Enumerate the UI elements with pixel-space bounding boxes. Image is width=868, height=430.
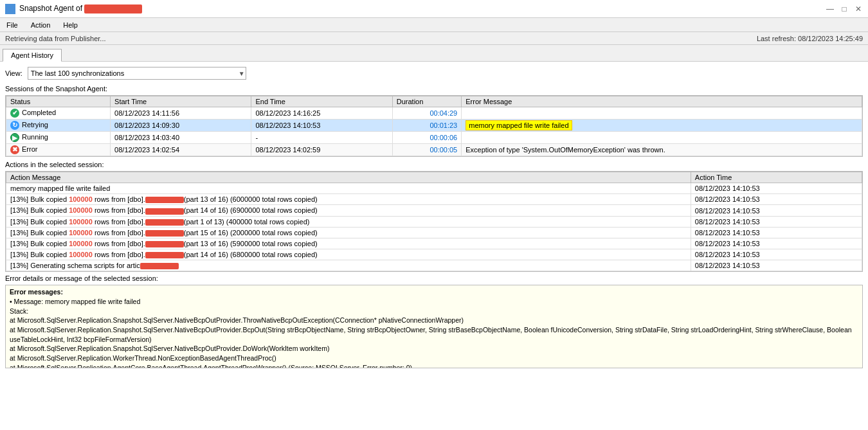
status-text: Error <box>22 145 37 153</box>
table-row[interactable]: [13%] Generating schema scripts for arti… <box>6 260 862 271</box>
duration-value[interactable]: 00:01:23 <box>429 121 457 129</box>
view-select-wrapper: The last 100 synchronizations All The la… <box>28 67 246 80</box>
start-time-cell: 08/12/2023 14:03:40 <box>111 132 251 144</box>
action-message-cell: [13%] Bulk copied 100000 rows from [dbo]… <box>6 238 691 249</box>
start-time-cell: 08/12/2023 14:11:56 <box>111 107 251 120</box>
action-message-cell: [13%] Generating schema scripts for arti… <box>6 260 691 271</box>
status-text: Completed <box>22 109 56 116</box>
duration-value[interactable]: 00:04:29 <box>429 109 457 117</box>
window-title: Snapshot Agent of <box>19 4 142 13</box>
redacted-table-name <box>145 241 184 247</box>
tab-agent-history[interactable]: Agent History <box>3 49 62 62</box>
action-time-cell: 08/12/2023 14:10:53 <box>691 249 862 260</box>
error-highlight-text: memory mapped file write failed <box>466 120 572 130</box>
title-redacted <box>84 4 142 13</box>
stack-line: at Microsoft.SqlServer.Replication.Agent… <box>10 364 412 368</box>
status-icon-error: ✖ <box>10 145 19 154</box>
table-row[interactable]: [13%] Bulk copied 100000 rows from [dbo]… <box>6 238 862 249</box>
table-row[interactable]: ✖Error08/12/2023 14:02:5408/12/2023 14:0… <box>6 144 862 156</box>
table-row[interactable]: [13%] Bulk copied 100000 rows from [dbo]… <box>6 227 862 238</box>
duration-cell: 00:00:05 <box>392 144 461 156</box>
action-message-cell: [13%] Bulk copied 100000 rows from [dbo]… <box>6 227 691 238</box>
error-bullet-text: Message: memory mapped file write failed <box>14 298 141 305</box>
table-row[interactable]: memory mapped file write failed08/12/202… <box>6 183 862 194</box>
table-row[interactable]: ✔Completed08/12/2023 14:11:5608/12/2023 … <box>6 107 862 120</box>
action-time-cell: 08/12/2023 14:10:53 <box>691 238 862 249</box>
main-content: View: The last 100 synchronizations All … <box>0 62 868 430</box>
table-row[interactable]: ↻Retrying08/12/2023 14:09:3008/12/2023 1… <box>6 120 862 132</box>
col-end-time: End Time <box>251 96 392 107</box>
col-action-message: Action Message <box>6 172 691 183</box>
error-message-cell <box>462 107 862 120</box>
end-time-cell: - <box>251 132 392 144</box>
error-message-cell: Exception of type 'System.OutOfMemoryExc… <box>462 144 862 156</box>
actions-table-wrapper[interactable]: Action Message Action Time memory mapped… <box>5 171 863 272</box>
app-icon <box>5 4 15 14</box>
count-value: 100000 <box>69 218 93 226</box>
error-message-cell: memory mapped file write failed <box>462 120 862 132</box>
menubar: FileActionHelp <box>0 18 868 32</box>
count-value: 100000 <box>69 251 93 258</box>
status-text: Running <box>22 133 48 141</box>
duration-value[interactable]: 00:00:06 <box>429 134 457 141</box>
tabs-bar: Agent History <box>0 45 868 62</box>
count-value: 100000 <box>69 240 93 247</box>
titlebar: Snapshot Agent of — □ ✕ <box>0 0 868 18</box>
action-message-cell: [13%] Bulk copied 100000 rows from [dbo]… <box>6 205 691 216</box>
title-prefix: Snapshot Agent of <box>19 4 82 13</box>
error-section: Error messages: • Message: memory mapped… <box>5 285 863 368</box>
redacted-table-name <box>145 230 184 237</box>
sessions-table: Status Start Time End Time Duration Erro… <box>6 96 862 156</box>
titlebar-left: Snapshot Agent of <box>5 4 142 14</box>
table-row[interactable]: [13%] Bulk copied 100000 rows from [dbo]… <box>6 249 862 260</box>
action-message-cell: [13%] Bulk copied 100000 rows from [dbo]… <box>6 249 691 260</box>
status-right: Last refresh: 08/12/2023 14:25:49 <box>757 35 863 42</box>
status-icon-completed: ✔ <box>10 109 19 118</box>
status-icon-retrying: ↻ <box>10 121 19 130</box>
action-message-cell: [13%] Bulk copied 100000 rows from [dbo]… <box>6 194 691 205</box>
action-time-cell: 08/12/2023 14:10:53 <box>691 205 862 216</box>
menubar-item-help[interactable]: Help <box>57 18 84 31</box>
view-label: View: <box>5 69 23 77</box>
titlebar-controls: — □ ✕ <box>826 4 863 13</box>
redacted-table-name <box>145 208 184 215</box>
stack-line: at Microsoft.SqlServer.Replication.Snaps… <box>10 326 852 343</box>
col-start-time: Start Time <box>111 96 251 107</box>
end-time-cell: 08/12/2023 14:02:59 <box>251 144 392 156</box>
duration-cell: 00:04:29 <box>392 107 461 120</box>
menubar-item-action[interactable]: Action <box>24 18 57 31</box>
duration-value[interactable]: 00:00:05 <box>429 146 457 154</box>
table-row[interactable]: [13%] Bulk copied 100000 rows from [dbo]… <box>6 205 862 216</box>
redacted-table-name <box>145 252 184 258</box>
view-select[interactable]: The last 100 synchronizations All The la… <box>28 67 246 80</box>
action-time-cell: 08/12/2023 14:10:53 <box>691 183 862 194</box>
action-time-cell: 08/12/2023 14:10:53 <box>691 260 862 271</box>
restore-button[interactable]: □ <box>840 4 849 13</box>
action-time-cell: 08/12/2023 14:10:53 <box>691 227 862 238</box>
redacted-table-name <box>145 197 184 203</box>
table-row[interactable]: ▶Running08/12/2023 14:03:40-00:00:06 <box>6 132 862 144</box>
action-message-cell: memory mapped file write failed <box>6 183 691 194</box>
action-message-cell: [13%] Bulk copied 100000 rows from [dbo]… <box>6 216 691 227</box>
count-value: 100000 <box>69 229 93 237</box>
col-action-time: Action Time <box>691 172 862 183</box>
table-row[interactable]: [13%] Bulk copied 100000 rows from [dbo]… <box>6 216 862 227</box>
col-duration: Duration <box>392 96 461 107</box>
error-message-cell <box>462 132 862 144</box>
action-time-cell: 08/12/2023 14:10:53 <box>691 216 862 227</box>
stack-line: at Microsoft.SqlServer.Replication.Snaps… <box>10 345 329 352</box>
status-text: Retrying <box>22 121 48 129</box>
error-bullet: • <box>10 298 14 305</box>
duration-cell: 00:01:23 <box>392 120 461 132</box>
count-value: 100000 <box>69 206 93 214</box>
table-row[interactable]: [13%] Bulk copied 100000 rows from [dbo]… <box>6 194 862 205</box>
actions-label: Actions in the selected session: <box>5 161 863 168</box>
redacted-table-name <box>145 219 184 226</box>
sessions-section: Sessions of the Snapshot Agent: Status S… <box>5 85 863 157</box>
minimize-button[interactable]: — <box>826 4 835 13</box>
start-time-cell: 08/12/2023 14:09:30 <box>111 120 251 132</box>
sessions-table-wrapper: Status Start Time End Time Duration Erro… <box>5 95 863 157</box>
close-button[interactable]: ✕ <box>854 4 863 13</box>
error-title: Error messages: <box>10 288 858 296</box>
menubar-item-file[interactable]: File <box>0 18 24 31</box>
